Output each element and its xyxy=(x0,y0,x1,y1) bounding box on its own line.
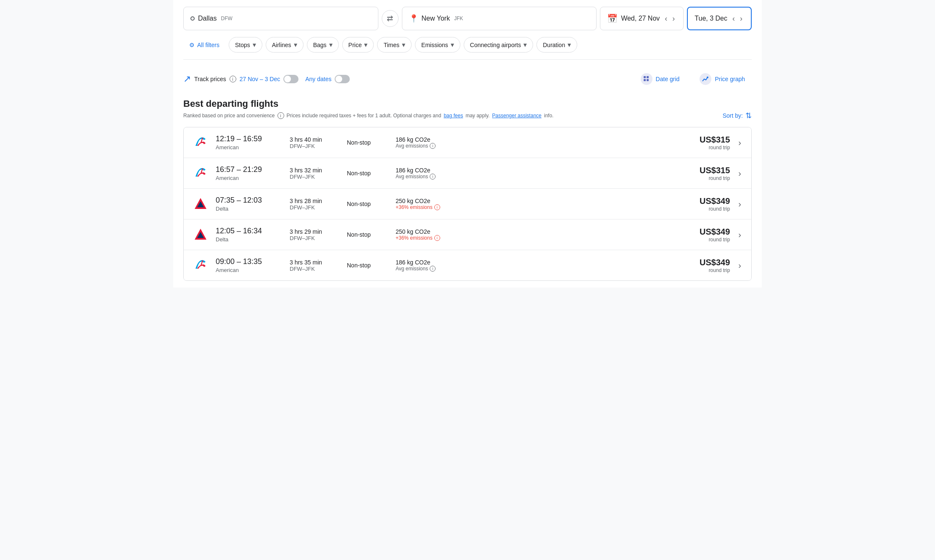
times-filter-button[interactable]: Times ▾ xyxy=(377,37,412,53)
duration-text: 3 hrs 32 min xyxy=(290,167,340,174)
flight-row[interactable]: 09:00 – 13:35 American 3 hrs 35 min DFW–… xyxy=(184,250,751,280)
price-type: round trip xyxy=(679,175,730,181)
sort-by-label: Sort by: xyxy=(723,112,743,119)
emissions-info-icon[interactable]: i xyxy=(430,266,436,272)
flight-emissions: 186 kg CO2e Avg emissions i xyxy=(396,167,471,180)
track-prices-slider xyxy=(283,75,298,83)
times-label: Times xyxy=(383,42,399,48)
flight-stops: Non-stop xyxy=(347,262,389,269)
depart-next-button[interactable]: › xyxy=(671,13,676,25)
price-type: round trip xyxy=(679,237,730,243)
svg-point-4 xyxy=(707,77,708,78)
duration-filter-button[interactable]: Duration ▾ xyxy=(536,37,577,53)
flight-time: 09:00 – 13:35 xyxy=(216,257,283,266)
price-amount: US$349 xyxy=(679,196,730,206)
destination-city: New York xyxy=(422,15,450,22)
expand-flight-button[interactable]: › xyxy=(737,136,743,149)
svg-rect-2 xyxy=(644,79,646,81)
emissions-label: Emissions xyxy=(421,42,448,48)
any-dates-toggle[interactable] xyxy=(335,75,350,83)
airline-logo xyxy=(192,165,209,182)
airlines-filter-button[interactable]: Airlines ▾ xyxy=(266,37,304,53)
flight-emissions: 186 kg CO2e Avg emissions i xyxy=(396,259,471,272)
connecting-airports-filter-button[interactable]: Connecting airports ▾ xyxy=(464,37,533,53)
bags-label: Bags xyxy=(313,42,327,48)
price-graph-icon xyxy=(700,73,711,85)
emissions-chevron-icon: ▾ xyxy=(451,41,454,49)
flight-airline: American xyxy=(216,175,283,181)
connecting-airports-chevron-icon: ▾ xyxy=(523,41,527,49)
stops-filter-button[interactable]: Stops ▾ xyxy=(229,37,262,53)
duration-label: Duration xyxy=(543,42,565,48)
price-graph-button[interactable]: Price graph xyxy=(693,70,752,88)
price-amount: US$315 xyxy=(679,166,730,175)
section-subtitle: Ranked based on price and convenience i … xyxy=(183,111,752,120)
price-graph-label: Price graph xyxy=(715,76,745,82)
date-grid-button[interactable]: Date grid xyxy=(634,70,687,88)
ranked-info-icon[interactable]: i xyxy=(277,112,284,119)
airline-logo xyxy=(192,226,209,243)
sort-icon: ⇅ xyxy=(745,111,752,120)
emissions-info-icon[interactable]: i xyxy=(430,143,436,149)
filters-bar: ⚙ All filters Stops ▾ Airlines ▾ Bags ▾ … xyxy=(183,37,752,60)
swap-button[interactable]: ⇄ xyxy=(382,10,399,27)
duration-text: 3 hrs 35 min xyxy=(290,259,340,266)
flight-time: 12:05 – 16:34 xyxy=(216,227,283,235)
bags-filter-button[interactable]: Bags ▾ xyxy=(307,37,339,53)
expand-flight-button[interactable]: › xyxy=(737,228,743,241)
sort-by[interactable]: Sort by: ⇅ xyxy=(723,111,752,120)
airline-logo xyxy=(192,134,209,151)
track-prices-toggle[interactable] xyxy=(283,75,298,83)
flight-price: US$315 round trip xyxy=(679,166,730,181)
flight-row[interactable]: 12:19 – 16:59 American 3 hrs 40 min DFW–… xyxy=(184,127,751,158)
expand-flight-button[interactable]: › xyxy=(737,167,743,180)
emissions-label: Avg emissions i xyxy=(396,174,471,180)
expand-flight-button[interactable]: › xyxy=(737,198,743,211)
stops-text: Non-stop xyxy=(347,139,389,146)
emissions-text: 186 kg CO2e xyxy=(396,167,471,174)
emissions-info-icon[interactable]: i xyxy=(430,174,436,180)
connecting-airports-label: Connecting airports xyxy=(470,42,521,48)
stops-text: Non-stop xyxy=(347,262,389,269)
depart-prev-button[interactable]: ‹ xyxy=(663,13,669,25)
flight-row[interactable]: 12:05 – 16:34 Delta 3 hrs 29 min DFW–JFK… xyxy=(184,219,751,250)
emissions-label: Avg emissions i xyxy=(396,266,471,272)
all-filters-button[interactable]: ⚙ All filters xyxy=(183,38,225,52)
destination-field[interactable]: 📍 New York JFK xyxy=(402,7,597,30)
emissions-label: Avg emissions i xyxy=(396,143,471,149)
flights-section: Best departing flights Ranked based on p… xyxy=(183,98,752,281)
expand-flight-button[interactable]: › xyxy=(737,259,743,272)
depart-date-field[interactable]: 📅 Wed, 27 Nov ‹ › xyxy=(600,7,684,30)
flight-times: 12:19 – 16:59 American xyxy=(216,135,283,151)
route-text: DFW–JFK xyxy=(290,204,340,211)
flight-list: 12:19 – 16:59 American 3 hrs 40 min DFW–… xyxy=(183,127,752,281)
airlines-label: Airlines xyxy=(272,42,291,48)
track-prices-icon: ↗ xyxy=(183,74,191,85)
return-next-button[interactable]: › xyxy=(738,13,744,25)
bags-chevron-icon: ▾ xyxy=(329,41,333,49)
flight-airline: American xyxy=(216,144,283,151)
bag-fees-link[interactable]: bag fees xyxy=(444,113,463,119)
flight-row[interactable]: 16:57 – 21:29 American 3 hrs 32 min DFW–… xyxy=(184,158,751,189)
route-text: DFW–JFK xyxy=(290,266,340,272)
flight-row[interactable]: 07:35 – 12:03 Delta 3 hrs 28 min DFW–JFK… xyxy=(184,189,751,219)
emissions-filter-button[interactable]: Emissions ▾ xyxy=(415,37,460,53)
flight-price: US$349 round trip xyxy=(679,227,730,243)
passenger-link[interactable]: Passenger assistance xyxy=(492,113,541,119)
destination-code: JFK xyxy=(454,16,463,21)
track-info-icon[interactable]: i xyxy=(230,76,236,82)
return-date-label: Tue, 3 Dec xyxy=(695,15,727,22)
origin-field[interactable]: Dallas DFW xyxy=(183,7,378,30)
price-filter-button[interactable]: Price ▾ xyxy=(342,37,374,53)
track-date-range: 27 Nov – 3 Dec xyxy=(240,76,280,82)
svg-rect-1 xyxy=(647,76,649,78)
flight-airline: American xyxy=(216,267,283,273)
price-type: round trip xyxy=(679,267,730,273)
stops-text: Non-stop xyxy=(347,231,389,238)
emissions-info-icon[interactable]: i xyxy=(434,204,440,210)
origin-dot-icon xyxy=(190,16,195,21)
return-prev-button[interactable]: ‹ xyxy=(731,13,737,25)
emissions-info-icon[interactable]: i xyxy=(434,235,440,241)
return-date-field[interactable]: Tue, 3 Dec ‹ › xyxy=(687,7,752,30)
svg-rect-3 xyxy=(647,79,649,81)
